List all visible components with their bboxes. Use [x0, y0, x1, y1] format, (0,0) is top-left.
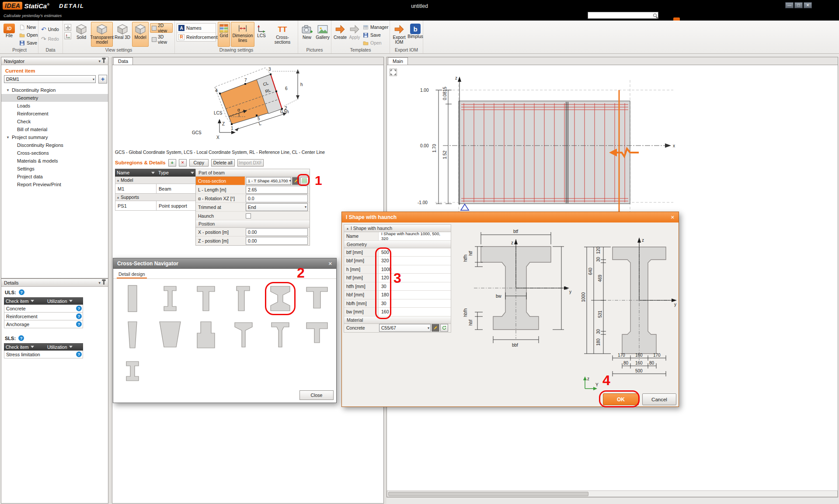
- close-icon[interactable]: ✕: [328, 261, 332, 267]
- dimension-lines-button[interactable]: Dimension lines: [231, 22, 254, 47]
- refresh-material-button[interactable]: [440, 324, 448, 332]
- tree-item-materials-models[interactable]: Materials & models: [1, 157, 108, 165]
- browse-cross-section-button[interactable]: [300, 177, 309, 185]
- gallery-button[interactable]: Gallery: [315, 22, 331, 47]
- tree-item-bill-of-material[interactable]: Bill of material: [1, 125, 108, 133]
- filter-icon[interactable]: [69, 300, 73, 302]
- axes-view-button[interactable]: [64, 32, 71, 39]
- apply-template-button[interactable]: Apply: [348, 22, 361, 47]
- cs-shape-t-haunch[interactable]: [267, 320, 294, 349]
- pin-icon[interactable]: [103, 59, 104, 63]
- group-row-supports[interactable]: ▴Supports: [115, 194, 196, 201]
- file-button[interactable]: ID File: [2, 22, 17, 47]
- window-minimize-button[interactable]: —: [785, 2, 794, 8]
- tree-item-report-preview-print[interactable]: Report Preview/Print: [1, 181, 108, 188]
- table-row[interactable]: Stress limitation?: [4, 351, 83, 358]
- table-row[interactable]: PS1Point support: [115, 201, 196, 211]
- view-2d-button[interactable]: 2D view: [150, 23, 173, 33]
- tree-item-loads[interactable]: Loads: [1, 102, 108, 110]
- close-button[interactable]: Close: [299, 390, 334, 400]
- cancel-button[interactable]: Cancel: [642, 393, 676, 405]
- h-input[interactable]: 1000: [378, 265, 451, 274]
- tree-item-geometry[interactable]: Geometry: [1, 94, 108, 102]
- tree-item-discontinuity-region[interactable]: ▾Discontinuity Region: [1, 86, 108, 94]
- import-dxf-button[interactable]: Import DXF: [237, 159, 264, 167]
- edit-cross-section-button[interactable]: [292, 177, 299, 185]
- names-toggle[interactable]: ANames: [177, 24, 216, 32]
- delete-subregion-button[interactable]: ✕: [179, 159, 187, 167]
- cs-shape-trapezoid[interactable]: [119, 320, 146, 349]
- template-save-button[interactable]: Save: [363, 31, 381, 38]
- help-icon[interactable]: ?: [76, 313, 82, 319]
- lcs-button[interactable]: LCS: [255, 22, 268, 47]
- reinforcement-toggle[interactable]: RReinforcement: [177, 32, 216, 41]
- search-input[interactable]: [589, 13, 653, 18]
- export-iom-button[interactable]: Export IOM: [391, 22, 407, 47]
- template-open-button[interactable]: Open: [363, 39, 382, 46]
- transparent-model-button[interactable]: Transparent model: [91, 22, 113, 47]
- model-view-button[interactable]: Model: [132, 22, 149, 47]
- tab-main[interactable]: Main: [388, 57, 408, 65]
- collapse-icon[interactable]: ▾: [98, 281, 101, 285]
- open-project-button[interactable]: Open: [19, 31, 38, 38]
- close-icon[interactable]: ✕: [671, 215, 675, 220]
- filter-icon[interactable]: [69, 346, 73, 348]
- filter-icon[interactable]: [31, 300, 34, 302]
- cs-shape-t[interactable]: [192, 284, 219, 313]
- pin-icon[interactable]: [103, 281, 104, 285]
- help-icon[interactable]: ?: [18, 335, 24, 341]
- move-view-button[interactable]: [64, 24, 71, 31]
- table-row[interactable]: Anchorage?: [4, 320, 83, 328]
- cross-sections-button[interactable]: TTCross-sections: [268, 22, 297, 47]
- tree-item-check[interactable]: Check: [1, 118, 108, 125]
- view-3d-button[interactable]: 3D view: [150, 35, 173, 44]
- htfh-input[interactable]: 30: [378, 282, 451, 291]
- tree-item-project-data[interactable]: Project data: [1, 173, 108, 181]
- bw-input[interactable]: 160: [378, 308, 451, 316]
- table-row[interactable]: Reinforcement?: [4, 313, 83, 320]
- horizontal-scrollbar[interactable]: [387, 490, 838, 497]
- scrollbar-thumb[interactable]: [388, 492, 588, 496]
- bbf-input[interactable]: 320: [378, 257, 451, 265]
- search-box[interactable]: [588, 12, 658, 19]
- create-template-button[interactable]: Create: [333, 22, 347, 47]
- cs-shape-trapezoid-wide[interactable]: [157, 320, 184, 349]
- window-close-button[interactable]: ✕: [804, 2, 812, 8]
- ok-button[interactable]: OK: [603, 393, 639, 405]
- cs-shape-rectangle[interactable]: [119, 284, 146, 313]
- concrete-select[interactable]: C55/67▾: [379, 324, 431, 332]
- cs-shape-i-haunch[interactable]: [267, 284, 294, 313]
- collapse-icon[interactable]: ▾: [98, 59, 101, 63]
- table-row[interactable]: M1Beam: [115, 184, 196, 194]
- help-icon[interactable]: ?: [76, 351, 82, 357]
- hbfh-input[interactable]: 30: [378, 299, 451, 308]
- bimplus-button[interactable]: bBimplus: [408, 22, 422, 47]
- filter-icon[interactable]: [191, 172, 194, 174]
- add-subregion-button[interactable]: +: [168, 159, 176, 167]
- cs-shape-step[interactable]: [192, 320, 219, 349]
- help-icon[interactable]: ?: [19, 289, 24, 295]
- delete-all-button[interactable]: Delete all: [211, 159, 235, 167]
- cross-section-select[interactable]: 1 - T Shape 450,1700▾: [246, 177, 291, 185]
- new-picture-button[interactable]: New: [300, 22, 314, 47]
- undo-button[interactable]: ↶Undo: [41, 26, 59, 33]
- tab-detail-design[interactable]: Detail design: [117, 271, 147, 278]
- add-item-button[interactable]: +: [98, 75, 107, 83]
- group-row-model[interactable]: ▴Model: [115, 177, 196, 184]
- z-position-input[interactable]: 0.00: [246, 237, 308, 245]
- hbf-input[interactable]: 180: [378, 291, 451, 299]
- tree-item-reinforcement[interactable]: Reinforcement: [1, 110, 108, 118]
- window-maximize-button[interactable]: □: [794, 2, 803, 8]
- x-position-input[interactable]: 0.00: [246, 228, 308, 236]
- htf-input[interactable]: 120: [378, 274, 451, 282]
- help-icon[interactable]: ?: [76, 321, 82, 327]
- filter-icon[interactable]: [151, 172, 155, 174]
- tree-item-settings[interactable]: Settings: [1, 165, 108, 173]
- filter-icon[interactable]: [31, 346, 34, 348]
- tab-data[interactable]: Data: [113, 57, 133, 65]
- cs-shape-i[interactable]: [157, 284, 184, 313]
- cs-shape-t-wide[interactable]: [303, 284, 331, 313]
- edit-material-button[interactable]: [432, 324, 439, 332]
- copy-button[interactable]: Copy: [189, 159, 209, 167]
- grid-toggle-button[interactable]: Grid: [218, 22, 230, 47]
